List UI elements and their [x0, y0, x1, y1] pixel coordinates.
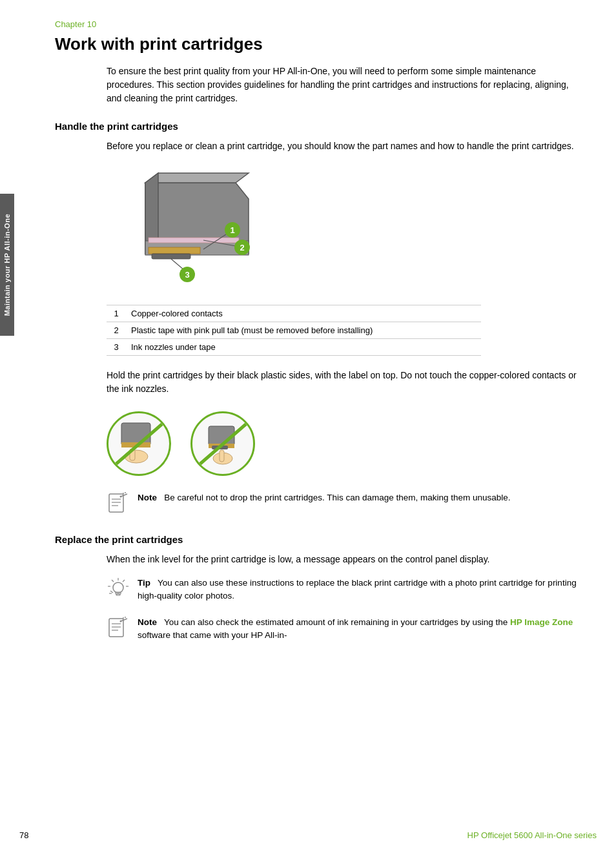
note-text-2: Note You can also check the estimated am… [138, 616, 584, 642]
svg-point-33 [123, 493, 124, 494]
section1-heading: Handle the print cartridges [55, 121, 584, 132]
note-label-1: Note [138, 493, 157, 502]
note-box-1: Note Be careful not to drop the print ca… [107, 491, 584, 515]
svg-point-52 [125, 617, 126, 618]
footer-product-name: HP Officejet 5600 All-in-One series [467, 830, 597, 840]
cartridge-diagram-area: 1 2 3 [107, 163, 584, 294]
content-area: Chapter 10 Work with print cartridges To… [19, 0, 616, 853]
svg-rect-16 [121, 423, 150, 446]
page-title: Work with print cartridges [55, 34, 584, 54]
side-tab: Maintain your HP All-in-One [0, 194, 14, 336]
svg-rect-42 [116, 594, 120, 595]
table-row: 3 Ink nozzles under tape [107, 339, 481, 356]
note-body-2a: You can also check the estimated amount … [164, 617, 510, 627]
table-row: 1 Copper-colored contacts [107, 305, 481, 322]
hp-image-zone-link[interactable]: HP Image Zone [510, 617, 573, 627]
parts-table: 1 Copper-colored contacts 2 Plastic tape… [107, 305, 481, 356]
svg-text:1: 1 [230, 225, 234, 235]
svg-text:3: 3 [185, 270, 189, 280]
svg-point-51 [123, 617, 124, 619]
svg-rect-25 [220, 450, 224, 462]
part-desc-1: Copper-colored contacts [126, 305, 481, 322]
cartridge-svg: 1 2 3 [107, 163, 287, 293]
svg-text:2: 2 [240, 243, 244, 252]
svg-rect-4 [149, 247, 200, 254]
note-icon-2 [107, 616, 130, 639]
part-num-2: 2 [107, 322, 126, 339]
side-tab-label: Maintain your HP All-in-One [3, 214, 11, 316]
tip-label: Tip [138, 578, 150, 588]
svg-point-40 [113, 582, 123, 593]
note-icon-1 [107, 491, 130, 515]
svg-line-36 [123, 580, 125, 582]
hold-text: Hold the print cartridges by their black… [107, 369, 584, 396]
section1-text: Before you replace or clean a print cart… [107, 139, 584, 153]
svg-line-43 [110, 591, 113, 593]
chapter-label: Chapter 10 [55, 19, 584, 29]
warning-icon-2 [190, 411, 255, 476]
tip-box: Tip You can also use these instructions … [107, 577, 584, 603]
svg-point-32 [120, 496, 122, 498]
part-desc-3: Ink nozzles under tape [126, 339, 481, 356]
svg-point-50 [120, 620, 122, 622]
part-num-3: 3 [107, 339, 126, 356]
tip-text: Tip You can also use these instructions … [138, 577, 584, 603]
note-body-1: Be careful not to drop the print cartrid… [164, 493, 510, 502]
warning-icon-1 [107, 411, 171, 476]
part-desc-2: Plastic tape with pink pull tab (must be… [126, 322, 481, 339]
section2-heading: Replace the print cartridges [55, 534, 584, 545]
tip-icon [107, 577, 130, 600]
note-text-1: Note Be careful not to drop the print ca… [138, 491, 511, 504]
note-body-2b: software that came with your HP All-in- [138, 630, 287, 640]
svg-line-13 [171, 259, 184, 270]
svg-point-34 [125, 492, 126, 493]
section2-text: When the ink level for the print cartrid… [107, 553, 584, 566]
svg-rect-6 [152, 254, 190, 259]
table-row: 2 Plastic tape with pink pull tab (must … [107, 322, 481, 339]
footer-page-number: 78 [19, 830, 28, 840]
page-wrapper: Maintain your HP All-in-One Chapter 10 W… [0, 0, 616, 853]
svg-marker-1 [145, 173, 249, 183]
svg-line-38 [112, 580, 114, 582]
intro-text: To ensure the best print quality from yo… [107, 65, 584, 105]
part-num-1: 1 [107, 305, 126, 322]
svg-rect-5 [149, 238, 239, 243]
note-box-2: Note You can also check the estimated am… [107, 616, 584, 642]
page-footer: 78 HP Officejet 5600 All-in-One series [19, 830, 597, 840]
tip-body: You can also use these instructions to r… [138, 578, 577, 601]
note-label-2: Note [138, 617, 157, 627]
warning-images [107, 411, 584, 476]
